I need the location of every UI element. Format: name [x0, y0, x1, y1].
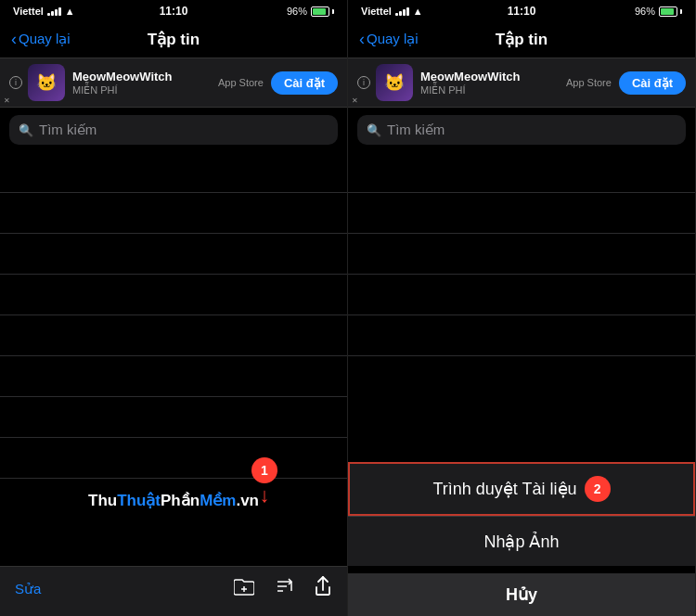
edit-button-1[interactable]: Sửa	[15, 581, 41, 597]
toolbar-icons-1	[41, 576, 332, 601]
battery-pct-1: 96%	[287, 6, 307, 17]
browse-documents-item[interactable]: Trình duyệt Tài liệu 2	[348, 462, 695, 516]
ad-app-info-2: MeowMeowWitch MIỄN PHÍ	[420, 70, 559, 96]
battery-pct-2: 96%	[635, 6, 655, 17]
search-icon-2: 🔍	[367, 123, 381, 137]
search-placeholder-1: Tìm kiếm	[39, 122, 97, 138]
file-line	[0, 397, 347, 438]
watermark-phan: Phần	[161, 492, 200, 509]
status-right-1: 96%	[287, 6, 334, 17]
ad-install-button-2[interactable]: Cài đặt	[619, 71, 686, 95]
file-line	[0, 438, 347, 479]
ad-close-icon-1[interactable]: ✕	[4, 96, 10, 105]
screen-1: Viettel ▲ 11:10 96% ‹ Quay lại	[0, 0, 348, 616]
carrier-2: Viettel	[361, 6, 392, 17]
ad-store-label-2: App Store	[566, 77, 612, 88]
watermark-mem: Mềm	[200, 492, 236, 509]
browse-label: Trình duyệt Tài liệu	[432, 479, 576, 499]
wifi-icon-2: ▲	[413, 6, 423, 17]
ad-close-icon-2[interactable]: ✕	[352, 96, 358, 105]
import-label: Nhập Ảnh	[483, 532, 559, 552]
ad-app-sub-2: MIỄN PHÍ	[420, 84, 559, 96]
file-line	[0, 356, 347, 397]
time-2: 11:10	[508, 5, 536, 18]
carrier-1: Viettel	[13, 6, 44, 17]
badge-2: 2	[585, 476, 611, 502]
status-right-2: 96%	[635, 6, 682, 17]
status-bar-2: Viettel ▲ 11:10 96%	[348, 0, 695, 20]
signal-bars-2	[395, 7, 409, 16]
nav-bar-2: ‹ Quay lại Tập tin	[348, 20, 695, 58]
ad-app-icon-1: 🐱	[28, 64, 65, 101]
ad-app-icon-2: 🐱	[376, 64, 413, 101]
watermark-1: ThuThuậtPhầnMềm.vn	[88, 491, 259, 510]
chevron-left-icon-1: ‹	[11, 30, 17, 49]
share-icon-1[interactable]	[314, 576, 332, 601]
ad-store-label-1: App Store	[218, 77, 264, 88]
nav-title-2: Tập tin	[496, 30, 548, 49]
back-button-1[interactable]: ‹ Quay lại	[11, 30, 71, 49]
chevron-left-icon-2: ‹	[359, 30, 365, 49]
back-label-2: Quay lại	[367, 31, 419, 47]
battery-2	[659, 6, 682, 17]
file-line	[0, 193, 347, 234]
search-input-wrapper-2[interactable]: 🔍 Tìm kiếm	[357, 115, 686, 145]
nav-bar-1: ‹ Quay lại Tập tin	[0, 20, 347, 58]
back-button-2[interactable]: ‹ Quay lại	[359, 30, 419, 49]
ad-install-button-1[interactable]: Cài đặt	[271, 71, 338, 95]
watermark-thuat: Thuật	[117, 492, 161, 509]
signal-bars-1	[47, 7, 61, 16]
add-folder-icon-1[interactable]	[234, 577, 254, 600]
file-line	[0, 315, 347, 356]
status-left-1: Viettel ▲	[13, 6, 75, 17]
file-line	[0, 234, 347, 275]
time-1: 11:10	[160, 5, 188, 18]
action-sheet-2: Trình duyệt Tài liệu 2 Nhập Ảnh Hủy	[348, 462, 695, 616]
badge-1: 1	[251, 457, 277, 483]
search-icon-1: 🔍	[19, 123, 33, 137]
search-placeholder-2: Tìm kiếm	[387, 122, 445, 138]
wifi-icon-1: ▲	[65, 6, 75, 17]
step-1-indicator: 1 ↓	[251, 457, 277, 506]
watermark-thu: Thu	[88, 492, 117, 509]
nav-title-1: Tập tin	[148, 30, 200, 49]
search-input-wrapper-1[interactable]: 🔍 Tìm kiếm	[9, 115, 338, 145]
search-bar-2: 🔍 Tìm kiếm	[348, 108, 695, 152]
status-left-2: Viettel ▲	[361, 6, 423, 17]
status-bar-1: Viettel ▲ 11:10 96%	[0, 0, 347, 20]
ad-app-sub-1: MIỄN PHÍ	[72, 84, 211, 96]
import-photos-item[interactable]: Nhập Ảnh	[348, 516, 695, 566]
ad-info-icon-1[interactable]: i	[9, 76, 22, 89]
cancel-item[interactable]: Hủy	[348, 566, 695, 616]
ad-app-info-1: MeowMeowWitch MIỄN PHÍ	[72, 70, 211, 96]
ad-info-icon-2[interactable]: i	[357, 76, 370, 89]
screen-2: Viettel ▲ 11:10 96% ‹ Quay lại	[348, 0, 696, 616]
arrow-down-icon: ↓	[260, 485, 270, 506]
file-line	[0, 275, 347, 315]
ad-app-name-2: MeowMeowWitch	[420, 70, 559, 83]
bottom-toolbar-1: Sửa	[0, 566, 347, 616]
sort-icon-1[interactable]	[275, 577, 293, 600]
ad-banner-2: i 🐱 MeowMeowWitch MIỄN PHÍ App Store Cài…	[348, 58, 695, 108]
search-bar-1: 🔍 Tìm kiếm	[0, 108, 347, 152]
main-content-1: ThuThuậtPhầnMềm.vn 1 ↓	[0, 152, 347, 566]
ad-banner-1: i 🐱 MeowMeowWitch MIỄN PHÍ App Store Cài…	[0, 58, 347, 108]
file-line	[0, 152, 347, 193]
battery-1	[311, 6, 334, 17]
cancel-label: Hủy	[506, 584, 537, 605]
ad-app-name-1: MeowMeowWitch	[72, 70, 211, 83]
back-label-1: Quay lại	[19, 31, 71, 47]
